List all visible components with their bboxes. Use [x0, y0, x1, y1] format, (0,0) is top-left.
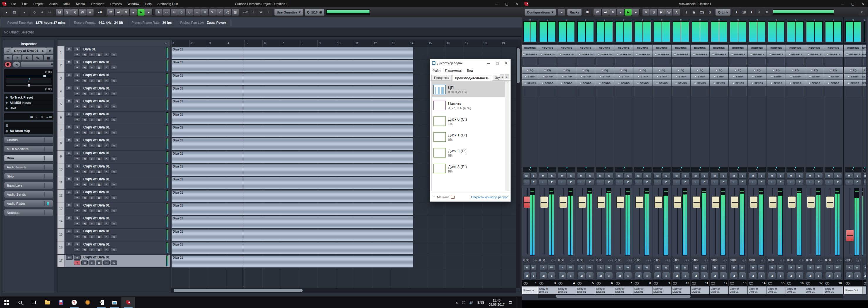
close-icon[interactable]: ✕: [512, 0, 522, 7]
track-edit-button[interactable]: e: [89, 117, 95, 122]
track-row[interactable]: 2 m s Copy of Diva 01 ● ◀: [58, 59, 170, 72]
menu-item[interactable]: Media: [76, 2, 85, 6]
strip-rack-header[interactable]: STRIP: [633, 73, 652, 80]
tab-scroll-left-icon[interactable]: ◂: [500, 74, 504, 79]
channel-record-icon[interactable]: ●: [757, 272, 765, 280]
inspector-section-tab[interactable]: Chords: [4, 136, 53, 144]
inspector-section-tab[interactable]: Audio Fader: [4, 200, 53, 207]
channel-strip-icon[interactable]: ▦: [44, 55, 53, 60]
track-record-icon[interactable]: ●: [74, 235, 80, 239]
eq-rack-header[interactable]: EQ: [710, 67, 728, 73]
track-monitor-icon[interactable]: ◀: [81, 78, 88, 83]
fader-handle[interactable]: [540, 196, 548, 208]
track-monitor-icon[interactable]: ◀: [81, 221, 88, 225]
play-tool-icon[interactable]: ◁): [224, 9, 231, 16]
sends-rack-header[interactable]: SENDS: [576, 80, 595, 86]
mixer-channel-strip[interactable]: 0 ROUTING INSERTS EQ STRIP SENDS C: [843, 17, 862, 294]
channel-write-button[interactable]: W: [815, 264, 822, 271]
sends-rack-header[interactable]: SENDS: [844, 80, 862, 86]
send-slot[interactable]: [730, 87, 747, 97]
play-icon[interactable]: ▶: [625, 9, 632, 16]
track-monitor-icon[interactable]: ◀: [81, 182, 88, 187]
insert-slot[interactable]: [673, 58, 689, 65]
fader-db-value[interactable]: -13.5: [845, 259, 852, 262]
channel-monitor-icon[interactable]: ◀: [730, 272, 738, 280]
channel-name-label[interactable]: Copy ofDiva 01: [824, 286, 843, 294]
strip-rack-header[interactable]: STRIP: [844, 73, 862, 80]
track-monitor-icon[interactable]: ◀: [81, 156, 88, 161]
routing-row[interactable]: ◈ No Track Preset: [6, 95, 52, 100]
track-instrument-icon[interactable]: ▦: [96, 143, 102, 148]
track-monitor-icon[interactable]: ◀: [81, 260, 88, 265]
mixer-channel-strip[interactable]: 0 ROUTING INSERTS EQ STRIP SENDS C: [522, 17, 538, 294]
midi-part[interactable]: Diva 01: [172, 99, 413, 111]
channel-listen-button[interactable]: L: [691, 179, 700, 185]
inserts-rack-header[interactable]: INSERTS: [522, 51, 538, 57]
stop-icon[interactable]: ■: [617, 9, 624, 16]
track-edit-button[interactable]: e: [89, 78, 95, 83]
track-record-icon[interactable]: ●: [74, 182, 80, 187]
pan-control[interactable]: C: [672, 167, 690, 172]
channel-write-button[interactable]: W: [681, 264, 688, 271]
peak-value[interactable]: -3.5: [837, 259, 842, 262]
inserts-rack-header[interactable]: INSERTS: [786, 51, 805, 57]
routing-row[interactable]: ◈ Diva: [6, 105, 52, 111]
track-write-button[interactable]: W: [111, 182, 117, 187]
channel-record-icon[interactable]: ●: [624, 272, 632, 280]
taskbar-clock[interactable]: 11:43 08.06.2017: [489, 298, 505, 307]
channel-write-button[interactable]: W: [605, 264, 612, 271]
send-slot[interactable]: [523, 87, 537, 97]
send-slot[interactable]: [691, 87, 709, 97]
send-slot[interactable]: [596, 87, 613, 97]
drum-map-row[interactable]: ◉No Drum Map: [6, 128, 52, 133]
fader-db-value[interactable]: 0.00: [806, 259, 812, 262]
peak-value[interactable]: -3.5: [608, 259, 613, 262]
insert-slot[interactable]: [787, 58, 804, 65]
insert-slot[interactable]: [577, 58, 594, 65]
strip-rack-header[interactable]: STRIP: [557, 73, 576, 80]
window-layout-icon[interactable]: ≡: [558, 9, 565, 16]
track-row[interactable]: 15 m s Copy of Diva 01 ● ◀: [58, 228, 170, 241]
routing-rack-header[interactable]: ROUTING: [805, 45, 824, 51]
track-visibility-icon[interactable]: ⫞: [38, 9, 45, 16]
fader-handle[interactable]: [731, 196, 739, 208]
track-instrument-icon[interactable]: ▦: [96, 195, 102, 200]
routing-rack-header[interactable]: ROUTING: [786, 45, 805, 51]
channel-record-icon[interactable]: ●: [605, 272, 613, 280]
track-monitor-icon[interactable]: ◀: [81, 52, 88, 57]
go-next-marker-icon[interactable]: ⏭: [115, 9, 122, 16]
fader-handle[interactable]: [636, 196, 643, 208]
channel-read-button[interactable]: R: [578, 264, 585, 271]
sends-rack-header[interactable]: SENDS: [672, 80, 690, 86]
channel-state-button[interactable]: E: [690, 9, 698, 16]
track-instrument-icon[interactable]: ▦: [96, 156, 102, 161]
track-write-button[interactable]: W: [111, 221, 117, 225]
track-read-button[interactable]: R: [103, 208, 110, 213]
midi-part[interactable]: Diva 01: [172, 125, 413, 137]
channel-solo-button[interactable]: S: [567, 173, 575, 179]
track-read-button[interactable]: R: [103, 195, 110, 200]
channel-monitor-icon[interactable]: ◀: [654, 272, 661, 280]
go-next-marker-icon[interactable]: ⏭: [602, 9, 609, 16]
performance-item[interactable]: Диск 3 (E:) 0%: [432, 161, 509, 177]
channel-name-label[interactable]: Copy ofDiva 01: [767, 286, 785, 294]
track-solo-button[interactable]: s: [73, 255, 81, 259]
automation-button[interactable]: A: [87, 9, 94, 16]
channel-monitor-icon[interactable]: ◀: [825, 272, 833, 280]
menu-item[interactable]: Audio: [49, 2, 58, 6]
peak-value[interactable]: -3.5: [646, 259, 651, 262]
mixer-channel-strip[interactable]: 0 ROUTING INSERTS EQ STRIP SENDS C: [824, 17, 843, 294]
record-icon[interactable]: ●: [632, 9, 639, 16]
send-slot[interactable]: [768, 87, 785, 97]
sends-rack-header[interactable]: SENDS: [786, 80, 805, 86]
track-instrument-icon[interactable]: ▦: [96, 208, 102, 213]
yandex-browser-button[interactable]: Y: [67, 297, 81, 308]
fader-handle[interactable]: [826, 196, 834, 208]
channel-record-icon[interactable]: ●: [681, 272, 689, 280]
inspector-track-name[interactable]: Copy of Diva 01▸: [12, 48, 46, 54]
inspector-section-tab[interactable]: Audio Inserts: [4, 164, 53, 171]
minimize-icon[interactable]: —: [838, 0, 848, 7]
menu-item[interactable]: Help: [145, 2, 152, 6]
resource-monitor-link[interactable]: Открыть монитор ресурс: [471, 195, 508, 199]
channel-name-label[interactable]: Copy ofDiva 01: [690, 286, 709, 294]
